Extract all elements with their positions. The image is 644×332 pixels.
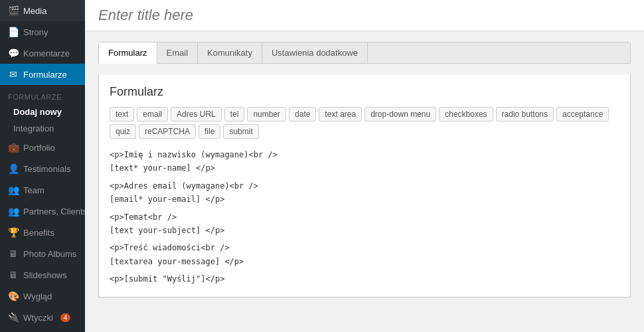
sidebar-item-photo-albums[interactable]: 🖥 Photo Albums (0, 243, 85, 264)
page-icon: 📄 (8, 27, 19, 37)
sidebar-item-label: Photo Albums (23, 249, 76, 259)
partners-icon: 👥 (8, 206, 19, 216)
tag-btn-text[interactable]: text (110, 107, 134, 122)
tag-btn-file[interactable]: file (199, 124, 220, 139)
title-bar (85, 0, 644, 31)
photo-albums-icon: 🖥 (8, 248, 19, 259)
code-line: <p>Temat<br /> (110, 210, 619, 224)
content-area: Formularz Email Komunikaty Ustawienia do… (85, 31, 644, 332)
testimonials-icon: 👤 (8, 163, 19, 174)
tag-btn-tel[interactable]: tel (224, 107, 245, 122)
sidebar-item-label: Wygląd (23, 291, 52, 301)
tag-btn-submit[interactable]: submit (223, 124, 258, 139)
code-area: <p>Imię i nazwisko (wymagane)<br /> [tex… (110, 148, 619, 286)
sidebar-item-benefits[interactable]: 🏆 Benefits (0, 222, 85, 243)
tag-btn-acceptance[interactable]: acceptance (556, 107, 609, 122)
code-line: [text* your-name] </p> (110, 161, 619, 175)
tag-btn-checkboxes[interactable]: checkboxes (439, 107, 493, 122)
tag-btn-text-area[interactable]: text area (319, 107, 362, 122)
tag-btn-number[interactable]: number (247, 107, 286, 122)
code-line: [email* your-email] </p> (110, 193, 619, 206)
subitem-label: Integration (13, 124, 54, 133)
sidebar-subitem-integration[interactable]: Integration (0, 120, 85, 137)
tag-btn-quiz[interactable]: quiz (110, 124, 136, 139)
sidebar-section-formularze: Formularze (0, 85, 85, 104)
sidebar-item-partners[interactable]: 👥 Partners, Clients, etc. (0, 201, 85, 222)
sidebar-item-label: Slideshows (23, 270, 67, 280)
code-line: <p>[submit "Wyślij"]</p> (110, 272, 619, 286)
sidebar-item-wyglad[interactable]: 🎨 Wygląd (0, 286, 85, 307)
sidebar-item-wtyczki[interactable]: 🔌 Wtyczki 4 (0, 307, 85, 328)
sidebar-item-label: Strony (23, 27, 48, 37)
tag-btn-radio-buttons[interactable]: radio buttons (496, 107, 554, 122)
title-input[interactable] (98, 7, 631, 24)
sidebar-item-label: Portfolio (23, 143, 55, 153)
code-line: [textarea your-message] </p> (110, 255, 619, 268)
form-icon: ✉ (8, 69, 19, 80)
form-panel: Formularz textemailAdres URLtelnumberdat… (98, 74, 631, 297)
code-line: <p>Adres email (wymagane)<br /> (110, 179, 619, 193)
benefits-icon: 🏆 (8, 227, 19, 238)
tab-email[interactable]: Email (157, 42, 199, 63)
comments-icon: 💬 (8, 48, 19, 58)
sidebar-item-label: Wtyczki (23, 313, 53, 323)
team-icon: 👥 (8, 185, 19, 195)
tag-btn-email[interactable]: email (137, 107, 168, 122)
sidebar-item-label: Komentarze (23, 48, 70, 58)
tab-ustawienia[interactable]: Ustawienia dodatkowe (262, 42, 368, 63)
main-content: Formularz Email Komunikaty Ustawienia do… (85, 0, 644, 332)
sidebar-item-label: Media (23, 6, 46, 16)
sidebar-item-uzytkownicy[interactable]: 👤 Użytkownicy (0, 328, 85, 332)
sidebar: 🎬 Media 📄 Strony 💬 Komentarze ✉ Formular… (0, 0, 85, 332)
sidebar-item-komentarze[interactable]: 💬 Komentarze (0, 42, 85, 64)
sidebar-item-label: Testimonials (23, 164, 71, 174)
tag-btn-recaptcha[interactable]: reCAPTCHA (139, 124, 196, 139)
plugins-badge: 4 (60, 313, 71, 322)
sidebar-item-media[interactable]: 🎬 Media (0, 0, 85, 21)
tab-komunikaty[interactable]: Komunikaty (198, 42, 262, 63)
tag-btn-adres-url[interactable]: Adres URL (171, 107, 222, 122)
sidebar-item-strony[interactable]: 📄 Strony (0, 21, 85, 42)
tab-formularz[interactable]: Formularz (99, 42, 157, 64)
tabs-bar: Formularz Email Komunikaty Ustawienia do… (98, 42, 631, 64)
sidebar-item-label: Formularze (23, 70, 67, 80)
tag-btn-date[interactable]: date (289, 107, 316, 122)
sidebar-item-label: Benefits (23, 228, 54, 238)
code-line: <p>Imię i nazwisko (wymagane)<br /> (110, 148, 619, 161)
sidebar-item-label: Team (23, 185, 44, 195)
form-section-title: Formularz (110, 85, 619, 99)
appearance-icon: 🎨 (8, 291, 19, 301)
media-icon: 🎬 (8, 5, 19, 16)
sidebar-item-formularze[interactable]: ✉ Formularze (0, 64, 85, 85)
sidebar-item-testimonials[interactable]: 👤 Testimonials (0, 158, 85, 179)
sidebar-item-team[interactable]: 👥 Team (0, 179, 85, 201)
subitem-label: Dodaj nowy (13, 107, 62, 117)
sidebar-subitem-dodaj[interactable]: Dodaj nowy (0, 104, 85, 120)
tag-btn-drop-down-menu[interactable]: drop-down menu (364, 107, 436, 122)
sidebar-item-slideshows[interactable]: 🖥 Slideshows (0, 264, 85, 286)
sidebar-item-label: Partners, Clients, etc. (23, 207, 85, 216)
sidebar-item-portfolio[interactable]: 💼 Portfolio (0, 137, 85, 158)
code-line: <p>Treść wiadomości<br /> (110, 241, 619, 254)
slideshows-icon: 🖥 (8, 270, 19, 280)
portfolio-icon: 💼 (8, 142, 19, 153)
plugins-icon: 🔌 (8, 312, 19, 323)
tag-buttons-container: textemailAdres URLtelnumberdatetext area… (110, 107, 619, 139)
code-line: [text your-subject] </p> (110, 224, 619, 237)
